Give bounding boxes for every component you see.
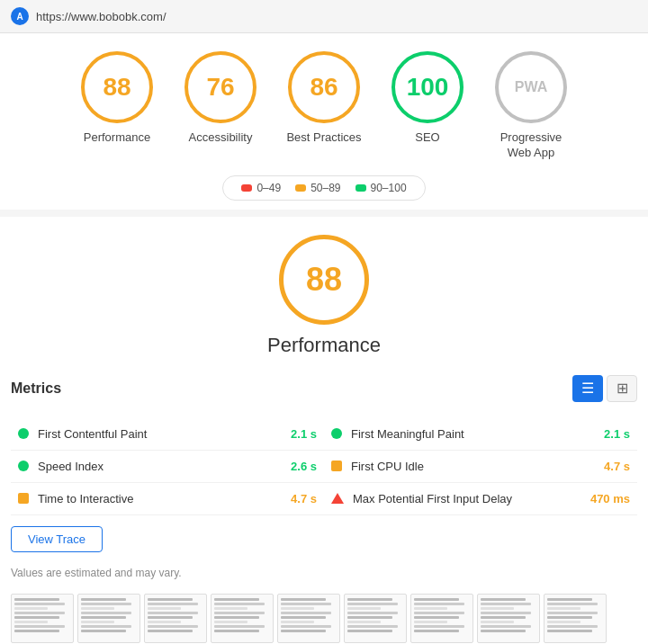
seo-label: SEO: [415, 130, 439, 146]
browser-header: A https://www.bobobk.com/: [0, 0, 648, 33]
legend-red: 0–49: [241, 182, 281, 194]
metrics-grid: First Contentful Paint 2.1 s First Meani…: [11, 418, 637, 515]
metric-name-fci: First CPU Idle: [351, 460, 598, 473]
metric-value-fcp: 2.1 s: [291, 427, 317, 441]
thumbnail-item: [410, 594, 473, 643]
performance-circle: 88: [81, 51, 153, 123]
metric-name-fmp: First Meaningful Paint: [351, 427, 598, 441]
thumbnail-item: [144, 594, 207, 643]
legend-dot-green: [356, 184, 366, 192]
legend-orange: 50–89: [295, 182, 340, 194]
accessibility-label: Accessibility: [189, 130, 253, 146]
metric-value-fci: 4.7 s: [604, 460, 630, 473]
metrics-actions: ☰ ⊞: [572, 375, 637, 402]
legend-dot-orange: [295, 184, 306, 192]
grid-view-button[interactable]: ⊞: [607, 375, 637, 402]
metric-first-cpu-idle: First CPU Idle 4.7 s: [324, 451, 637, 483]
best-practices-label: Best Practices: [286, 130, 361, 146]
view-trace-button[interactable]: View Trace: [11, 526, 103, 552]
score-legend: 0–49 50–89 90–100: [222, 175, 425, 201]
accessibility-circle: 76: [184, 51, 256, 123]
seo-circle: 100: [392, 51, 464, 123]
perf-detail-title: Performance: [267, 334, 381, 357]
thumbnail-item: [477, 594, 540, 643]
metric-dot-fcp: [18, 428, 29, 439]
metric-dot-fci: [331, 461, 342, 471]
metric-dot-mpfid: [331, 493, 344, 504]
performance-label: Performance: [84, 130, 150, 146]
metric-max-potential-fid: Max Potential First Input Delay 470 ms: [324, 483, 637, 515]
legend-dot-red: [241, 184, 252, 192]
metrics-title: Metrics: [11, 380, 61, 397]
scores-section: 88 Performance 76 Accessibility 86 Best …: [0, 33, 648, 210]
view-trace-section: View Trace: [0, 515, 648, 563]
metric-name-fcp: First Contentful Paint: [38, 427, 285, 441]
section-divider: [0, 210, 648, 217]
grid-icon: ⊞: [616, 380, 628, 397]
thumbnail-item: [11, 594, 74, 643]
metrics-section: Metrics ☰ ⊞ First Contentful Paint 2.1 s…: [0, 366, 648, 515]
score-card-accessibility[interactable]: 76 Accessibility: [178, 51, 264, 161]
thumbnails-row: [0, 588, 648, 644]
metric-name-si: Speed Index: [38, 460, 285, 473]
perf-detail-section: 88 Performance: [0, 217, 648, 366]
thumbnail-item: [77, 594, 140, 643]
metric-time-to-interactive: Time to Interactive 4.7 s: [11, 483, 324, 515]
metric-value-fmp: 2.1 s: [604, 427, 630, 441]
list-view-button[interactable]: ☰: [572, 375, 603, 402]
metric-value-mpfid: 470 ms: [590, 492, 630, 505]
metric-speed-index: Speed Index 2.6 s: [11, 451, 324, 483]
metric-name-tti: Time to Interactive: [38, 492, 285, 505]
pwa-circle: PWA: [495, 51, 567, 123]
best-practices-circle: 86: [288, 51, 360, 123]
thumbnail-item: [344, 594, 407, 643]
score-card-pwa[interactable]: PWA Progressive Web App: [489, 51, 574, 161]
thumbnail-item: [544, 594, 607, 643]
thumbnail-item: [211, 594, 274, 643]
metrics-header: Metrics ☰ ⊞: [11, 366, 637, 411]
metric-dot-tti: [18, 493, 29, 504]
pwa-label: Progressive Web App: [489, 130, 574, 161]
url-bar: https://www.bobobk.com/: [36, 10, 166, 23]
metric-name-mpfid: Max Potential First Input Delay: [353, 492, 585, 505]
metric-value-tti: 4.7 s: [291, 492, 317, 505]
metric-first-meaningful-paint: First Meaningful Paint 2.1 s: [324, 418, 637, 451]
list-icon: ☰: [581, 380, 594, 397]
favicon: A: [11, 7, 29, 25]
score-card-performance[interactable]: 88 Performance: [75, 51, 160, 161]
metric-dot-fmp: [331, 428, 342, 439]
scores-row: 88 Performance 76 Accessibility 86 Best …: [75, 51, 574, 161]
score-card-seo[interactable]: 100 SEO: [385, 51, 471, 161]
thumbnail-item: [277, 594, 340, 643]
perf-detail-circle: 88: [279, 235, 369, 325]
metric-value-si: 2.6 s: [291, 460, 317, 473]
legend-green: 90–100: [356, 182, 407, 194]
score-card-best-practices[interactable]: 86 Best Practices: [282, 51, 367, 161]
metric-first-contentful-paint: First Contentful Paint 2.1 s: [11, 418, 324, 451]
disclaimer-text: Values are estimated and may vary.: [0, 563, 648, 588]
metric-dot-si: [18, 461, 29, 471]
